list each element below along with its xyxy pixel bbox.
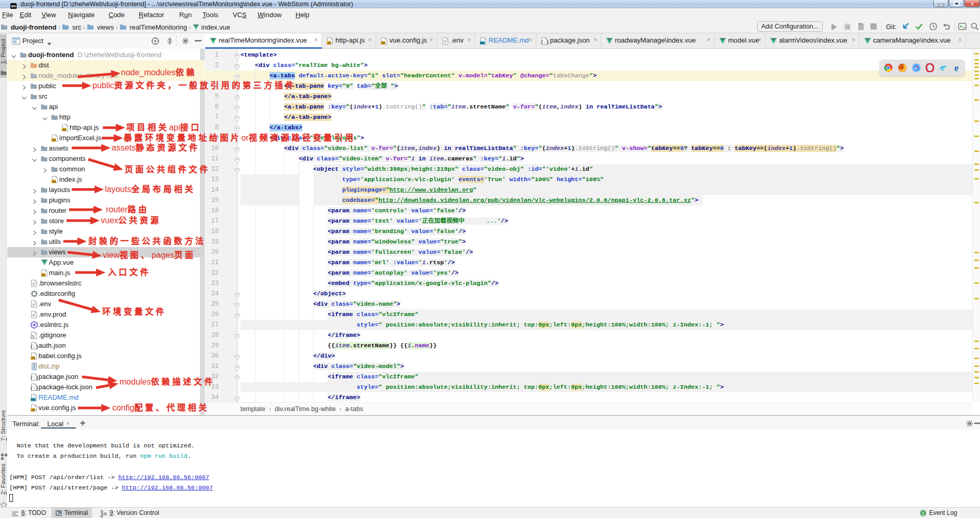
svg-text:{·}: {·} [30, 345, 38, 350]
svg-text:JS: JS [381, 42, 385, 45]
svg-text:1: 1 [922, 511, 924, 516]
svg-text:MD: MD [480, 42, 485, 45]
svg-text:JS: JS [31, 408, 35, 412]
svg-text:{·}: {·} [30, 376, 38, 381]
svg-text:{·}: {·} [541, 40, 549, 45]
svg-text:JS: JS [327, 42, 331, 45]
svg-text:e: e [941, 63, 945, 72]
svg-text:JS: JS [52, 139, 56, 142]
svg-text:{·}: {·} [30, 386, 38, 391]
svg-text:JS: JS [42, 274, 45, 277]
svg-text:MD: MD [31, 398, 36, 401]
svg-text:e: e [955, 63, 959, 72]
svg-text:JS: JS [62, 128, 66, 131]
svg-text:JS: JS [31, 357, 35, 360]
svg-text:JS: JS [52, 180, 56, 183]
